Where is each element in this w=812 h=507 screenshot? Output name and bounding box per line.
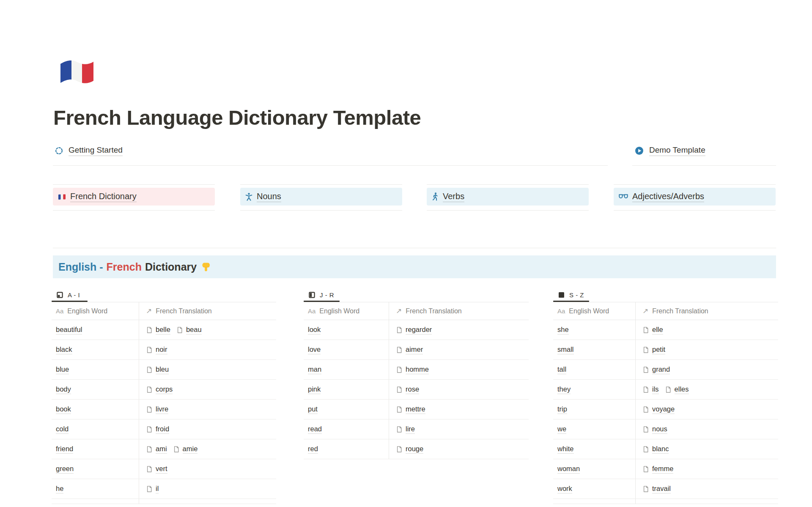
english-word-link[interactable]: put xyxy=(308,405,318,414)
nav-button-french-dictionary[interactable]: French Dictionary xyxy=(53,188,215,206)
table-row: blacknoir xyxy=(52,340,276,360)
column-header-french[interactable]: French Translation xyxy=(156,307,212,315)
french-word-link[interactable]: vert xyxy=(146,465,167,474)
progress-square-icon xyxy=(57,292,63,298)
english-word-link[interactable]: they xyxy=(557,385,571,394)
french-word-link[interactable]: lire xyxy=(396,425,415,434)
english-word-link[interactable]: black xyxy=(56,345,72,354)
table-row: sheelle xyxy=(553,320,778,340)
section-heading: English - French Dictionary xyxy=(53,255,776,278)
table-row: lookregarder xyxy=(304,320,529,340)
nav-button-verbs[interactable]: Verbs xyxy=(427,188,589,206)
english-word-link[interactable]: red xyxy=(308,445,318,454)
relation-property-icon: ↗ xyxy=(146,307,152,315)
view-tab-label: S - Z xyxy=(569,291,584,299)
french-word-link[interactable]: corps xyxy=(146,385,173,394)
french-word-link[interactable]: belle xyxy=(146,326,170,334)
french-word-link[interactable]: il xyxy=(146,485,159,493)
english-word-link[interactable]: she xyxy=(557,326,569,334)
english-word-link[interactable]: woman xyxy=(557,465,580,474)
nav-column-nouns: Nouns xyxy=(240,184,402,211)
french-word-link[interactable]: regarder xyxy=(396,326,432,334)
text-property-icon: Aa xyxy=(56,307,63,315)
view-tab[interactable]: S - Z xyxy=(553,288,778,302)
french-word-link[interactable]: bleu xyxy=(146,365,169,374)
english-word-link[interactable]: book xyxy=(56,405,71,414)
english-word-link[interactable]: small xyxy=(557,345,574,354)
table-row: pinkrose xyxy=(304,380,529,400)
view-tab[interactable]: J - R xyxy=(304,288,529,302)
french-word-link[interactable]: homme xyxy=(396,365,429,374)
column-header-english[interactable]: English Word xyxy=(319,307,359,315)
french-word-link[interactable]: amie xyxy=(173,445,198,454)
column-header-english[interactable]: English Word xyxy=(569,307,609,315)
french-word-link[interactable]: femme xyxy=(642,465,673,474)
french-word-link[interactable]: noir xyxy=(146,345,167,354)
english-word-link[interactable]: trip xyxy=(557,405,567,414)
heading-english: English - xyxy=(58,261,103,273)
english-word-link[interactable]: pink xyxy=(308,385,321,394)
english-word-link[interactable]: cold xyxy=(56,425,69,434)
table-row: loveaimer xyxy=(304,340,529,360)
french-word-link[interactable]: nous xyxy=(642,425,667,434)
divider xyxy=(632,165,776,166)
french-word-link[interactable]: rouge xyxy=(396,445,423,454)
nav-column-verbs: Verbs xyxy=(427,184,589,211)
view-tab[interactable]: A - I xyxy=(52,288,276,302)
english-word-link[interactable]: look xyxy=(308,326,321,334)
page-icon-france-flag[interactable] xyxy=(57,58,96,90)
english-word-link[interactable]: work xyxy=(557,485,572,493)
english-word-link[interactable]: he xyxy=(56,485,63,493)
table-row-partial xyxy=(553,499,778,504)
french-word-link[interactable]: travail xyxy=(642,485,671,493)
french-flag-icon xyxy=(58,194,66,200)
english-word-link[interactable]: body xyxy=(56,385,71,394)
english-word-link[interactable]: tall xyxy=(557,365,566,374)
french-word-link[interactable]: rose xyxy=(396,385,419,394)
table-row: heil xyxy=(52,479,276,499)
english-word-link[interactable]: man xyxy=(308,365,321,374)
demo-template-label: Demo Template xyxy=(649,145,705,156)
english-word-link[interactable]: green xyxy=(56,465,74,474)
column-header-english[interactable]: English Word xyxy=(67,307,107,315)
french-word-link[interactable]: beau xyxy=(176,326,202,334)
nav-button-nouns[interactable]: Nouns xyxy=(240,188,402,206)
nav-button-adjectives-adverbs[interactable]: Adjectives/Adverbs xyxy=(614,188,776,206)
view-tab-label: A - I xyxy=(68,291,80,299)
french-word-link[interactable]: grand xyxy=(642,365,670,374)
table-row: putmettre xyxy=(304,400,529,419)
english-word-link[interactable]: blue xyxy=(56,365,69,374)
relation-property-icon: ↗ xyxy=(642,307,648,315)
table-row: manhomme xyxy=(304,360,529,380)
french-word-link[interactable]: elle xyxy=(642,326,663,334)
table-row: readlire xyxy=(304,419,529,439)
french-word-link[interactable]: voyage xyxy=(642,405,675,414)
table-row: coldfroid xyxy=(52,419,276,439)
english-word-link[interactable]: friend xyxy=(56,445,73,454)
divider xyxy=(53,248,776,248)
demo-template-link[interactable]: Demo Template xyxy=(635,145,705,156)
french-word-link[interactable]: aimer xyxy=(396,345,423,354)
french-word-link[interactable]: blanc xyxy=(642,445,669,454)
table-row: redrouge xyxy=(304,439,529,459)
english-word-link[interactable]: we xyxy=(557,425,566,434)
table-row: theyilselles xyxy=(553,380,778,400)
english-word-link[interactable]: white xyxy=(557,445,574,454)
french-word-link[interactable]: petit xyxy=(642,345,665,354)
heading-french: French xyxy=(107,261,142,273)
column-header-french[interactable]: French Translation xyxy=(652,307,708,315)
table-header-row: AaEnglish Word↗French Translation xyxy=(52,302,276,320)
french-word-link[interactable]: ami xyxy=(146,445,167,454)
french-word-link[interactable]: ils xyxy=(642,385,659,394)
english-word-link[interactable]: beautiful xyxy=(56,326,82,334)
french-word-link[interactable]: mettre xyxy=(396,405,425,414)
english-word-link[interactable]: read xyxy=(308,425,322,434)
french-word-link[interactable]: livre xyxy=(146,405,168,414)
english-word-link[interactable]: love xyxy=(308,345,321,354)
table-row: tripvoyage xyxy=(553,400,778,419)
french-word-link[interactable]: froid xyxy=(146,425,169,434)
getting-started-link[interactable]: Getting Started xyxy=(55,145,123,156)
table-row: worktravail xyxy=(553,479,778,499)
french-word-link[interactable]: elles xyxy=(665,385,689,394)
column-header-french[interactable]: French Translation xyxy=(406,307,462,315)
